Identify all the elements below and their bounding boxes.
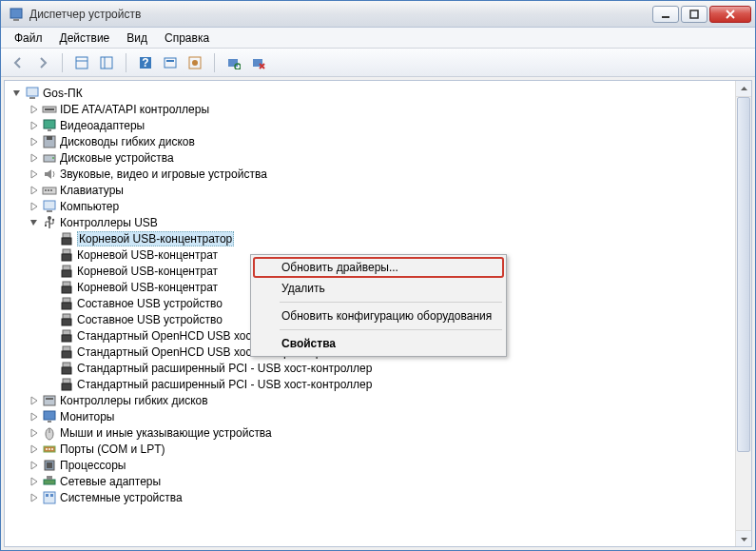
category-node[interactable]: Порты (COM и LPT) bbox=[7, 441, 733, 457]
toolbar: ? bbox=[1, 49, 755, 77]
usb-device-node[interactable]: Корневой USB-концентратор bbox=[7, 230, 733, 246]
usb-device-node[interactable]: Стандартный расширенный PCI - USB хост-к… bbox=[7, 376, 733, 392]
tree-node-label: Корневой USB-концентрат bbox=[77, 265, 218, 278]
content-area: Gos-ПКIDE ATA/ATAPI контроллерыВидеоадап… bbox=[4, 80, 752, 547]
back-button[interactable] bbox=[7, 51, 29, 74]
expander-icon[interactable] bbox=[28, 151, 41, 165]
svg-point-65 bbox=[51, 448, 53, 450]
expander-icon[interactable] bbox=[28, 459, 41, 472]
expander-icon[interactable] bbox=[28, 103, 41, 116]
category-node[interactable]: Сетевые адаптеры bbox=[7, 473, 733, 489]
close-button[interactable] bbox=[709, 6, 751, 23]
scroll-thumb[interactable] bbox=[737, 97, 750, 452]
expander-icon[interactable] bbox=[28, 394, 41, 407]
tb-view2-icon[interactable] bbox=[95, 51, 118, 74]
category-node[interactable]: Системные устройства bbox=[7, 489, 733, 505]
context-menu: Обновить драйверы...УдалитьОбновить конф… bbox=[250, 254, 507, 357]
category-node[interactable]: Клавиатуры bbox=[7, 182, 733, 198]
category-node[interactable]: Видеоадаптеры bbox=[7, 117, 733, 133]
usb-device-node[interactable]: Стандартный расширенный PCI - USB хост-к… bbox=[7, 360, 733, 376]
expander-icon[interactable] bbox=[28, 443, 41, 456]
menu-file[interactable]: Файл bbox=[7, 30, 50, 47]
expander-icon[interactable] bbox=[45, 265, 58, 278]
tree-node-label: Дисковые устройства bbox=[60, 151, 174, 165]
menu-view[interactable]: Вид bbox=[119, 30, 155, 47]
expander-icon[interactable] bbox=[45, 281, 58, 294]
svg-rect-0 bbox=[10, 9, 22, 18]
tb-action1-icon[interactable] bbox=[159, 51, 182, 74]
tb-view1-icon[interactable] bbox=[70, 51, 93, 74]
help-icon[interactable]: ? bbox=[134, 51, 157, 74]
usb-icon bbox=[59, 344, 74, 360]
expander-icon[interactable] bbox=[28, 475, 41, 488]
usb-icon bbox=[59, 377, 74, 392]
expander-icon[interactable] bbox=[45, 297, 58, 310]
uninstall-icon[interactable] bbox=[247, 51, 270, 74]
floppyctrl-icon bbox=[42, 393, 57, 408]
category-node[interactable]: Дисководы гибких дисков bbox=[7, 133, 733, 149]
forward-button[interactable] bbox=[31, 51, 54, 74]
category-node[interactable]: Контроллеры гибких дисков bbox=[7, 392, 733, 408]
svg-point-64 bbox=[48, 448, 50, 450]
scan-hardware-icon[interactable] bbox=[223, 51, 245, 74]
scroll-down-button[interactable] bbox=[736, 530, 751, 546]
svg-rect-2 bbox=[662, 16, 669, 18]
expander-icon[interactable] bbox=[45, 313, 58, 326]
svg-rect-24 bbox=[47, 136, 52, 140]
svg-rect-20 bbox=[45, 108, 54, 110]
expander-icon[interactable] bbox=[28, 200, 41, 213]
tb-action2-icon[interactable] bbox=[184, 51, 206, 74]
expander-icon[interactable] bbox=[28, 184, 41, 197]
category-node[interactable]: Мониторы bbox=[7, 408, 733, 424]
vertical-scrollbar[interactable] bbox=[735, 81, 751, 546]
expander-icon[interactable] bbox=[28, 119, 41, 132]
context-menu-item[interactable]: Обновить конфигурацию оборудования bbox=[253, 305, 504, 326]
expander-icon[interactable] bbox=[28, 410, 41, 423]
category-node[interactable]: Компьютер bbox=[7, 198, 733, 214]
menu-action[interactable]: Действие bbox=[52, 30, 118, 47]
expander-icon[interactable] bbox=[45, 378, 58, 391]
svg-rect-68 bbox=[44, 480, 55, 484]
svg-rect-32 bbox=[47, 210, 52, 212]
context-menu-item[interactable]: Обновить драйверы... bbox=[253, 257, 504, 278]
expander-icon[interactable] bbox=[45, 362, 58, 375]
menu-help[interactable]: Справка bbox=[157, 30, 217, 47]
expander-icon[interactable] bbox=[28, 491, 41, 504]
system-icon bbox=[42, 490, 57, 505]
root-node[interactable]: Gos-ПК bbox=[7, 85, 733, 101]
expander-icon[interactable] bbox=[28, 216, 41, 229]
expander-icon[interactable] bbox=[28, 167, 41, 181]
maximize-button[interactable] bbox=[681, 6, 708, 23]
floppy-icon bbox=[42, 134, 57, 149]
scroll-track[interactable] bbox=[736, 97, 751, 530]
svg-rect-17 bbox=[27, 88, 38, 96]
expander-icon[interactable] bbox=[45, 232, 58, 246]
category-node[interactable]: Звуковые, видео и игровые устройства bbox=[7, 166, 733, 182]
expander-icon[interactable] bbox=[10, 87, 24, 100]
scroll-up-button[interactable] bbox=[736, 81, 751, 97]
context-menu-item[interactable]: Свойства bbox=[253, 333, 504, 354]
category-node[interactable]: IDE ATA/ATAPI контроллеры bbox=[7, 101, 733, 117]
expander-icon[interactable] bbox=[45, 345, 58, 359]
context-menu-item[interactable]: Удалить bbox=[253, 278, 504, 299]
category-node[interactable]: Мыши и иные указывающие устройства bbox=[7, 424, 733, 441]
svg-rect-38 bbox=[63, 249, 70, 254]
svg-rect-18 bbox=[29, 97, 35, 99]
titlebar[interactable]: Диспетчер устройств bbox=[1, 1, 755, 28]
svg-rect-46 bbox=[63, 314, 70, 319]
minimize-button[interactable] bbox=[652, 6, 679, 23]
svg-text:?: ? bbox=[142, 56, 148, 69]
svg-rect-51 bbox=[62, 351, 71, 358]
category-node[interactable]: Процессоры bbox=[7, 457, 733, 473]
category-usb[interactable]: Контроллеры USB bbox=[7, 214, 733, 230]
expander-icon[interactable] bbox=[45, 329, 58, 343]
tree-node-label: Корневой USB-концентрат bbox=[77, 281, 218, 294]
tree-node-label: Компьютер bbox=[60, 200, 119, 213]
port-icon bbox=[42, 442, 57, 457]
expander-icon[interactable] bbox=[45, 248, 58, 262]
expander-icon[interactable] bbox=[28, 135, 41, 148]
expander-icon[interactable] bbox=[28, 426, 41, 440]
tree-node-label: Стандартный расширенный PCI - USB хост-к… bbox=[77, 362, 372, 375]
svg-rect-58 bbox=[44, 411, 55, 420]
category-node[interactable]: Дисковые устройства bbox=[7, 149, 733, 166]
